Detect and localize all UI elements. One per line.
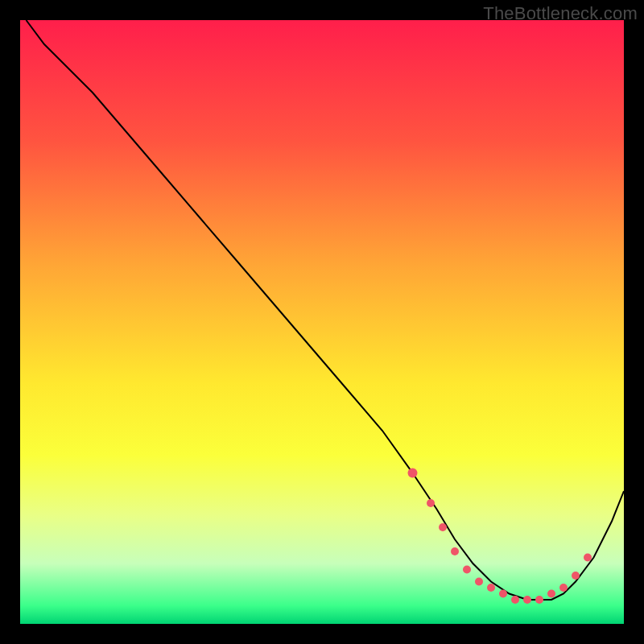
curve-marker	[463, 566, 471, 574]
curve-marker	[487, 584, 495, 592]
curve-marker	[559, 584, 568, 592]
curve-marker	[584, 554, 592, 562]
chart-svg	[0, 0, 644, 644]
plot-background	[20, 20, 624, 624]
curve-marker	[475, 578, 483, 586]
curve-marker	[499, 590, 507, 598]
curve-marker	[511, 596, 519, 604]
curve-marker	[408, 469, 418, 478]
curve-marker	[427, 499, 435, 507]
curve-marker	[523, 596, 531, 604]
curve-marker	[572, 572, 580, 580]
curve-marker	[451, 547, 459, 555]
chart-stage: TheBottleneck.com	[0, 0, 644, 644]
curve-marker	[535, 596, 543, 604]
watermark-text: TheBottleneck.com	[483, 3, 638, 24]
curve-marker	[439, 523, 447, 531]
curve-marker	[547, 590, 555, 598]
